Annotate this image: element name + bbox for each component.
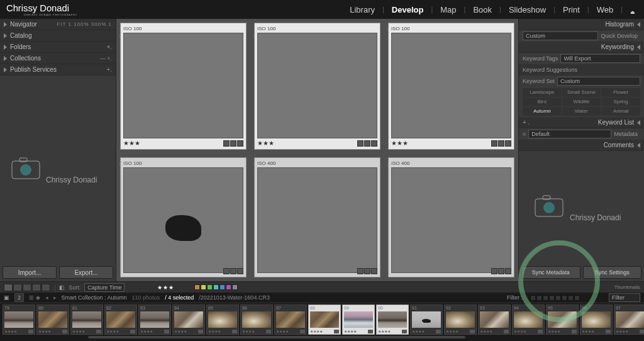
filmstrip-thumb[interactable]: 83 ★★★★ bbox=[138, 305, 171, 335]
panel-keyword-list[interactable]: + .Keyword List bbox=[519, 117, 644, 128]
filmstrip-thumb[interactable]: 95 ★★★★ bbox=[546, 305, 579, 335]
library-grid[interactable]: 88 ISO 100 ★★★ 89 ISO 100 ★★★ 90 ISO 100… bbox=[116, 19, 518, 281]
thumbnail-image[interactable] bbox=[257, 33, 377, 138]
thumbnail-image[interactable] bbox=[123, 33, 243, 138]
keyword-badge-icon[interactable] bbox=[498, 140, 504, 147]
module-slideshow[interactable]: Slideshow bbox=[506, 4, 548, 16]
filmstrip-thumb[interactable]: 80 ★★★★ bbox=[36, 305, 69, 335]
grid-mode-icon[interactable]: ⊞ ◆ bbox=[29, 294, 40, 301]
metadata-badge-icon[interactable] bbox=[491, 140, 497, 147]
grid-cell[interactable]: 91 ISO 100 bbox=[116, 154, 250, 281]
panel-keywording[interactable]: Keywording bbox=[519, 42, 644, 53]
metadata-badge-icon[interactable] bbox=[491, 268, 497, 274]
quickdev-preset-select[interactable]: Custom bbox=[523, 31, 598, 40]
filter-flag-swatches[interactable] bbox=[530, 295, 580, 301]
add-publish-icon[interactable]: +. bbox=[106, 66, 112, 73]
keyword-set-select[interactable]: Custom bbox=[557, 77, 640, 86]
panel-collections[interactable]: Collections— +. bbox=[0, 53, 116, 64]
keyword-cell[interactable]: Bird bbox=[523, 98, 562, 106]
compare-view-button[interactable] bbox=[23, 284, 31, 291]
panel-histogram[interactable]: Histogram bbox=[519, 19, 644, 30]
thumbnail-image[interactable] bbox=[257, 167, 377, 273]
color-chip[interactable] bbox=[226, 284, 231, 290]
filmstrip-thumb[interactable]: 92 ★★★★ bbox=[444, 305, 477, 335]
keyword-badge-icon[interactable] bbox=[364, 140, 370, 147]
cloud-sync-icon[interactable] bbox=[628, 6, 638, 13]
filmstrip-thumb[interactable]: 82 ★★★★ bbox=[104, 305, 137, 335]
filmstrip-thumb[interactable]: 97 ★★★★ bbox=[614, 305, 644, 335]
keyword-badge-icon[interactable] bbox=[230, 140, 236, 147]
develop-badge-icon[interactable] bbox=[371, 268, 377, 274]
thumbnail-image[interactable] bbox=[391, 33, 511, 138]
rating-filter[interactable]: ★★★ bbox=[157, 284, 174, 291]
grid-cell[interactable]: 92 ISO 400 bbox=[250, 154, 384, 281]
color-chip[interactable] bbox=[207, 284, 213, 290]
export-button[interactable]: Export... bbox=[59, 266, 113, 279]
filmstrip-thumb[interactable]: 86 ★★★★ bbox=[240, 305, 273, 335]
sync-metadata-button[interactable]: Sync Metadata bbox=[521, 266, 580, 279]
metadata-badge-icon[interactable] bbox=[357, 140, 364, 147]
module-book[interactable]: Book bbox=[470, 4, 494, 16]
thumbnail-image[interactable] bbox=[123, 167, 243, 273]
navigator-zoom[interactable]: FIT 1 100% 300% 1 bbox=[57, 21, 112, 27]
thumbnail-image[interactable] bbox=[391, 167, 511, 273]
keyword-cell[interactable]: Wildlife bbox=[562, 98, 601, 106]
color-chip[interactable] bbox=[213, 284, 219, 290]
module-library[interactable]: Library bbox=[347, 4, 377, 16]
painter-icon[interactable]: ◧ bbox=[59, 284, 65, 291]
grid-cell[interactable]: 90 ISO 100 ★★★ bbox=[384, 19, 518, 154]
grid-cell[interactable]: 88 ISO 100 ★★★ bbox=[116, 19, 250, 154]
metadata-badge-icon[interactable] bbox=[357, 268, 364, 274]
develop-badge-icon[interactable] bbox=[371, 140, 377, 147]
color-chip[interactable] bbox=[219, 284, 225, 290]
develop-badge-icon[interactable] bbox=[237, 268, 243, 274]
filmstrip-thumb[interactable]: 87 ★★★★ bbox=[274, 305, 307, 335]
module-develop[interactable]: Develop bbox=[389, 4, 426, 16]
collections-controls[interactable]: — +. bbox=[100, 55, 112, 62]
filmstrip-scrollbar[interactable] bbox=[0, 335, 644, 339]
source-path[interactable]: Smart Collection : Autumn bbox=[62, 294, 127, 301]
import-button[interactable]: Import... bbox=[3, 266, 57, 279]
filmstrip-thumb[interactable]: 94 ★★★★ bbox=[512, 305, 545, 335]
filmstrip-thumb[interactable]: 79 ★★★★ bbox=[3, 305, 35, 335]
grid-cell[interactable]: 89 ISO 100 ★★★ bbox=[250, 19, 384, 154]
module-web[interactable]: Web bbox=[594, 4, 616, 16]
color-chip[interactable] bbox=[201, 284, 206, 290]
metadata-preset-select[interactable]: Default bbox=[528, 130, 611, 138]
filmstrip-thumb[interactable]: 85 ★★★★ bbox=[206, 305, 239, 335]
add-folder-icon[interactable]: +. bbox=[106, 43, 112, 50]
nav-back-icon[interactable]: ◂ bbox=[45, 294, 48, 301]
keyword-badge-icon[interactable] bbox=[364, 268, 370, 274]
people-view-button[interactable] bbox=[42, 284, 50, 291]
filmstrip-thumb[interactable]: 88 ★★★★ bbox=[308, 305, 341, 335]
second-window-icon[interactable]: ▣ bbox=[4, 294, 9, 301]
grid-cell[interactable]: 93 ISO 400 bbox=[384, 154, 518, 281]
filmstrip-thumb[interactable]: 81 ★★★★ bbox=[70, 305, 103, 335]
panel-navigator[interactable]: NavigatorFIT 1 100% 300% 1 bbox=[0, 19, 116, 30]
color-chip[interactable] bbox=[232, 284, 238, 290]
loupe-view-button[interactable] bbox=[13, 284, 22, 291]
filter-preset-select[interactable]: Filter bbox=[609, 293, 640, 302]
develop-badge-icon[interactable] bbox=[505, 268, 511, 274]
keyword-cell[interactable]: Small Scene bbox=[562, 88, 601, 97]
filmstrip[interactable]: 79 ★★★★ 80 ★★★★ 81 ★★★★ 82 ★★★★ 83 ★★★★ … bbox=[0, 303, 644, 335]
sync-settings-button[interactable]: Sync Settings bbox=[583, 266, 642, 279]
keyword-cell[interactable]: Autumn bbox=[523, 107, 562, 116]
filmstrip-thumb[interactable]: 96 ★★★★ bbox=[580, 305, 613, 335]
filmstrip-thumb[interactable]: 89 ★★★★ bbox=[342, 305, 375, 335]
keyword-cell[interactable]: Spring bbox=[601, 98, 640, 106]
keyword-cell[interactable]: Landscape Photogr... bbox=[523, 88, 562, 97]
metadata-badge-icon[interactable] bbox=[223, 140, 230, 147]
sort-select[interactable]: Capture Time bbox=[84, 283, 125, 292]
keyword-cell[interactable]: Animal bbox=[601, 107, 640, 116]
grid-view-button[interactable] bbox=[4, 284, 13, 291]
color-chip[interactable] bbox=[194, 284, 200, 290]
keyword-suggestions-row[interactable]: Keyword Suggestions bbox=[519, 64, 644, 75]
nav-fwd-icon[interactable]: ▸ bbox=[53, 294, 57, 301]
keyword-tags-select[interactable]: Will Export bbox=[560, 54, 640, 63]
keyword-badge-icon[interactable] bbox=[230, 268, 236, 274]
module-print[interactable]: Print bbox=[560, 4, 582, 16]
filmstrip-thumb[interactable]: 90 ★★★★ bbox=[376, 305, 409, 335]
filmstrip-thumb[interactable]: 84 ★★★★ bbox=[172, 305, 205, 335]
filmstrip-thumb[interactable]: 93 ★★★★ bbox=[478, 305, 511, 335]
